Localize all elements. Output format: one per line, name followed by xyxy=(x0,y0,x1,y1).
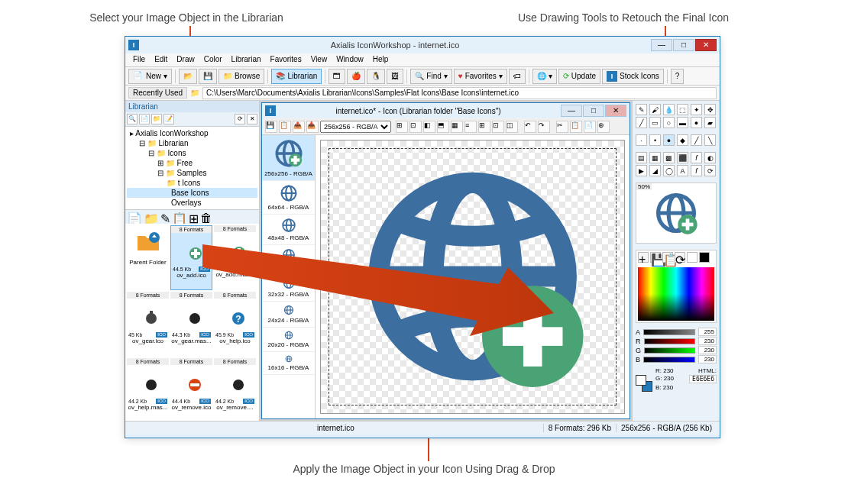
librarian-button[interactable]: 📚Librarian xyxy=(271,69,322,84)
size-item-1[interactable]: 64x64 - RGB/A xyxy=(262,181,315,215)
et-5[interactable]: ⊞ xyxy=(396,121,408,133)
size-item-3[interactable]: 40x40 - RGB/A xyxy=(262,245,315,274)
sw-black[interactable] xyxy=(699,252,710,263)
et-8[interactable]: ⬒ xyxy=(437,121,449,133)
size-list[interactable]: 256x256 - RGB/A64x64 - RGB/A48x48 - RGB/… xyxy=(262,135,316,418)
find-button[interactable]: 🔍Find▾ xyxy=(410,69,452,84)
color-picker[interactable] xyxy=(638,267,714,321)
file-cell-0[interactable]: Parent Folder xyxy=(127,225,169,290)
tag-button[interactable]: 🏷 xyxy=(509,69,526,84)
lf-tb-5[interactable]: ⊞ xyxy=(189,212,199,222)
et-2[interactable]: 📋 xyxy=(279,121,291,133)
menu-window[interactable]: Window xyxy=(332,53,368,66)
menu-file[interactable]: File xyxy=(128,53,150,66)
minimize-button[interactable]: — xyxy=(651,39,672,51)
tool-brush[interactable]: 🖌 xyxy=(649,104,661,115)
librarian-tree[interactable]: ▸ Axialis IconWorkshop ⊟ 📁 Librarian ⊟ 📁… xyxy=(125,126,259,210)
sw-2[interactable]: 💾 xyxy=(650,252,661,263)
tool-fx1[interactable]: ▩ xyxy=(663,152,675,163)
lib-tb-2[interactable]: 📄 xyxy=(139,114,150,124)
tool-pencil[interactable]: ✎ xyxy=(636,104,647,115)
menu-help[interactable]: Help xyxy=(368,53,393,66)
tool-select[interactable]: ⬚ xyxy=(677,104,688,115)
lf-tb-3[interactable]: ✎ xyxy=(160,212,170,222)
maximize-button[interactable]: □ xyxy=(673,39,694,51)
menu-favorites[interactable]: Favorites xyxy=(266,53,306,66)
sw-3[interactable]: 📋 xyxy=(662,252,673,263)
size-item-4[interactable]: 32x32 - RGB/A xyxy=(262,274,315,302)
et-undo[interactable]: ↶ xyxy=(524,121,536,133)
web-button[interactable]: 🌐▾ xyxy=(532,69,557,84)
et-4[interactable]: 📥 xyxy=(306,121,319,133)
recently-used-button[interactable]: Recently Used xyxy=(128,87,187,99)
tool-shape[interactable]: ◢ xyxy=(649,165,661,176)
file-cell-6[interactable]: 8 Formats44.2 KbICOov_help.mas... xyxy=(127,358,169,421)
brush-3[interactable]: ● xyxy=(663,134,675,146)
open-button[interactable]: 📂 xyxy=(179,69,197,84)
menu-color[interactable]: Color xyxy=(199,53,227,66)
et-7[interactable]: ◧ xyxy=(423,121,435,133)
fg-bg-colors[interactable] xyxy=(636,375,652,392)
update-button[interactable]: ⟳Update xyxy=(558,69,600,84)
et-3[interactable]: 📤 xyxy=(293,121,305,133)
et-11[interactable]: ⊡ xyxy=(492,121,504,133)
val-r[interactable]: 230 xyxy=(698,337,717,345)
tool-new-unix[interactable]: 🐧 xyxy=(367,69,385,84)
tree-ticons[interactable]: 📁 t Icons xyxy=(127,178,257,188)
tool-line[interactable]: ╱ xyxy=(636,117,647,128)
brush-1[interactable]: · xyxy=(636,134,647,146)
tool-new-mac[interactable]: 🍎 xyxy=(347,69,365,84)
size-item-7[interactable]: 16x16 - RGB/A xyxy=(262,352,315,375)
lf-tb-1[interactable]: 📄 xyxy=(127,212,142,222)
size-item-2[interactable]: 48x48 - RGB/A xyxy=(262,215,315,245)
tree-root[interactable]: ▸ Axialis IconWorkshop xyxy=(127,128,257,138)
val-a[interactable]: 255 xyxy=(698,328,717,336)
et-redo[interactable]: ↷ xyxy=(538,121,550,133)
menu-edit[interactable]: Edit xyxy=(150,53,172,66)
lf-tb-6[interactable]: 🗑 xyxy=(200,212,212,222)
file-cell-8[interactable]: 8 Formats44.2 KbICOov_remove.... xyxy=(214,358,256,421)
tool-move[interactable]: ✥ xyxy=(704,104,716,115)
tool-rect[interactable]: ▭ xyxy=(649,117,661,128)
menu-view[interactable]: View xyxy=(306,53,332,66)
et-paste[interactable]: 📄 xyxy=(584,121,596,133)
browse-button[interactable]: 📁Browse xyxy=(218,69,264,84)
tool-frect[interactable]: ▬ xyxy=(677,117,688,128)
tool-circle2[interactable]: ◯ xyxy=(663,165,675,176)
path-input[interactable] xyxy=(202,87,717,99)
sw-white[interactable] xyxy=(687,252,697,263)
tool-fx2[interactable]: ⬛ xyxy=(677,152,688,163)
tool-new-img[interactable]: 🖼 xyxy=(387,69,403,84)
html-value[interactable]: E6E6E6 xyxy=(689,375,717,383)
sw-1[interactable]: + xyxy=(638,252,649,263)
tool-play[interactable]: ▶ xyxy=(636,165,647,176)
brush-4[interactable]: ◆ xyxy=(677,134,688,146)
tree-overlays[interactable]: Overlays xyxy=(127,198,257,208)
file-cell-4[interactable]: 8 Formats44.3 KbICOov_gear.mas... xyxy=(170,292,212,357)
tool-grad2[interactable]: ▦ xyxy=(649,152,661,163)
slider-r[interactable] xyxy=(644,338,696,344)
brush-5[interactable]: ╱ xyxy=(691,134,702,146)
tool-fx6[interactable]: ⟳ xyxy=(704,165,716,176)
val-g[interactable]: 230 xyxy=(698,346,717,354)
lib-tb-5[interactable]: ⟳ xyxy=(235,114,245,124)
favorites-button[interactable]: ♥Favorites▾ xyxy=(454,69,507,84)
file-cell-3[interactable]: 8 Formats45 KbICOov_gear.ico xyxy=(127,292,169,357)
help-tb-button[interactable]: ? xyxy=(671,69,685,84)
slider-g[interactable] xyxy=(644,347,695,354)
tool-fellipse[interactable]: ● xyxy=(691,117,702,128)
lib-tb-3[interactable]: 📁 xyxy=(151,114,162,124)
size-selector[interactable]: 256x256 - RGB/A xyxy=(320,121,391,133)
tool-fx5[interactable]: f xyxy=(691,165,702,176)
tool-grad[interactable]: ▤ xyxy=(636,152,647,163)
slider-b[interactable] xyxy=(643,357,695,363)
lib-tb-1[interactable]: 🔍 xyxy=(127,114,138,124)
slider-a[interactable] xyxy=(643,329,695,335)
fg-color[interactable] xyxy=(636,375,646,386)
size-item-5[interactable]: 24x24 - RGB/A xyxy=(262,302,315,328)
et-13[interactable]: ⊕ xyxy=(597,121,610,133)
tree-free[interactable]: ⊞ 📁 Free xyxy=(127,158,257,168)
tree-icons[interactable]: ⊟ 📁 Icons xyxy=(127,148,257,158)
new-button[interactable]: 📄New▾ xyxy=(128,69,172,84)
editor-min[interactable]: — xyxy=(561,105,582,117)
